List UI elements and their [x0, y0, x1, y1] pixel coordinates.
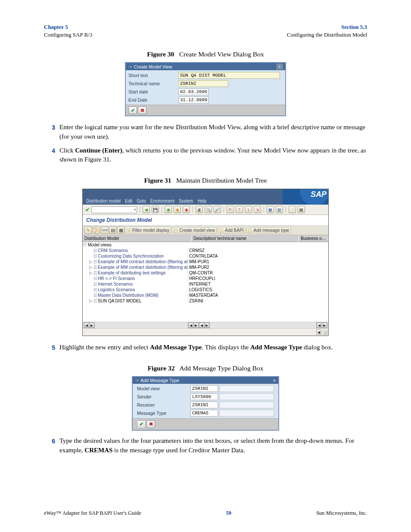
tree-area: ▽ Model views ☷CRM ScenariosCRMSZ☷Custom…	[83, 242, 328, 322]
end-date-input[interactable]: 31.12.9999	[178, 96, 209, 103]
resize-grip-icon[interactable]	[323, 330, 328, 335]
sender-input[interactable]: LSYS800	[190, 393, 218, 400]
close-icon[interactable]: ×	[277, 64, 283, 69]
help-icon[interactable]: ❔	[289, 206, 296, 213]
col-distribution-model: Distribution Model	[83, 235, 192, 242]
figure-32-caption: Figure 32 Add Message Type Dialog Box	[44, 364, 367, 372]
scroll-left-icon-2[interactable]: ◀	[188, 323, 193, 328]
nav-back-icon[interactable]: ◉	[165, 206, 172, 213]
find-next-icon[interactable]: 🔎	[214, 206, 221, 213]
menu-goto[interactable]: Goto	[137, 199, 146, 203]
cancel-button[interactable]: ✖	[138, 106, 146, 114]
add-message-type-button[interactable]: ▢Add message type	[246, 227, 291, 233]
tree-item[interactable]: ▷☷Example of MM contract distribution (f…	[83, 259, 328, 264]
first-page-icon[interactable]: ⇱	[227, 206, 234, 213]
sender-label: Sender	[137, 394, 189, 399]
tree-root[interactable]: ▽ Model views	[83, 242, 328, 248]
short-text-input[interactable]: SUN QA DIST MODEL	[178, 72, 280, 79]
start-date-input[interactable]: 02.03.2006	[178, 88, 209, 95]
print-icon[interactable]: 🖨	[196, 206, 203, 213]
save-icon[interactable]: 💾	[152, 206, 159, 213]
chapter-sub: Configuring SAP R/3	[44, 31, 92, 39]
technical-name-label: Technical name	[128, 81, 177, 86]
menu-environment[interactable]: Environment	[150, 199, 174, 203]
nav-up-icon[interactable]: ◉	[174, 206, 181, 213]
step-4-text: Click Continue (Enter), which returns yo…	[59, 146, 367, 165]
pencil-icon[interactable]: ✎	[84, 227, 92, 234]
menu-help[interactable]: Help	[197, 199, 206, 203]
last-page-icon[interactable]: ⇲	[254, 206, 261, 213]
scroll-left-icon-3[interactable]: ◀	[199, 323, 204, 328]
layout-icon[interactable]: ▤	[298, 206, 305, 213]
create-model-view-button[interactable]: ▢Create model view	[172, 227, 217, 233]
sap-logo: SAP	[311, 190, 327, 199]
status-caret-icon[interactable]: ◀	[316, 330, 321, 335]
layout-icon-2[interactable]: ▤	[109, 227, 116, 234]
receiver-input[interactable]: ZSRINI	[190, 401, 218, 408]
section-sub: Configuring the Distribution Model	[287, 31, 367, 39]
dialog32-title: Add Message Type	[140, 378, 179, 383]
status-bar: ◀	[83, 328, 328, 336]
nav-cancel-icon[interactable]: ◉	[183, 206, 190, 213]
tree-item[interactable]: ☷Internet ScenariosINTERNET	[83, 281, 328, 287]
col-business: Business o…	[299, 235, 328, 242]
menu-edit[interactable]: Edit	[125, 199, 132, 203]
next-page-icon[interactable]: ⇣	[245, 206, 252, 213]
page-number: 59	[226, 510, 231, 516]
dialog32-titlebar: ☞ Add Message Type ×	[133, 377, 278, 384]
find-icon[interactable]: 🔍	[205, 206, 212, 213]
model-icon: ☷	[93, 277, 98, 281]
section-label: Section 5.3	[287, 23, 367, 31]
back-icon[interactable]: ◀	[143, 206, 150, 213]
new-session-icon[interactable]: ▦	[267, 206, 274, 213]
model-icon: ☷	[93, 293, 98, 298]
col-description: Description/ technical name	[192, 235, 299, 242]
tree-item[interactable]: ☷CRM ScenariosCRMSZ	[83, 248, 328, 253]
scroll-left-icon[interactable]: ◀	[84, 323, 89, 328]
command-field[interactable]: ▾	[91, 206, 137, 213]
tree-item[interactable]: ☷Logistics ScenariosLOGISTICS	[83, 287, 328, 292]
menu-system[interactable]: System	[179, 199, 193, 203]
add-bapi-button[interactable]: ▢Add BAPI	[218, 227, 245, 233]
tree-item[interactable]: ☷HR <-> FI ScenarioHRFICOUPLI	[83, 276, 328, 281]
prev-page-icon[interactable]: ⇡	[236, 206, 243, 213]
ok-button[interactable]: ✔	[128, 106, 137, 114]
scroll-left-icon-4[interactable]: ◀	[317, 323, 322, 328]
scroll-right-icon-2[interactable]: ▶	[193, 323, 199, 328]
tree-item[interactable]: ▷☷Example of MM contract distribution (f…	[83, 264, 328, 270]
ok-button[interactable]: ✔	[137, 420, 146, 428]
window-subtitle: Change Distribution Model	[83, 215, 328, 226]
step-3-text: Enter the logical name you want for the …	[59, 123, 367, 142]
grid-header: Distribution Model Description/ technica…	[83, 235, 328, 242]
step-6-number: 6	[44, 437, 59, 456]
scroll-right-icon[interactable]: ▶	[89, 323, 94, 328]
scroll-right-icon-4[interactable]: ▶	[322, 323, 327, 328]
message-type-input[interactable]: CREMAS	[190, 410, 218, 417]
model-icon: ☷	[93, 265, 98, 270]
page-header: Chapter 5 Configuring SAP R/3 Section 5.…	[44, 23, 367, 38]
enter-icon[interactable]: ✔	[85, 207, 90, 213]
start-date-label: Start date	[128, 89, 177, 94]
dropdown-caret-icon: ▾	[134, 208, 136, 212]
step-3-number: 3	[44, 123, 59, 142]
scroll-icon[interactable]: 📜	[93, 227, 100, 234]
step-4-number: 4	[44, 146, 59, 165]
tree-item[interactable]: ▷☷SUN QA DIST MODELZSRINI	[83, 298, 328, 304]
tree-item[interactable]: ☷Customizing Data SynchronizationCONTRLD…	[83, 253, 328, 259]
tree-item[interactable]: ☷Master Data Distribution (MDM)MASTERDAT…	[83, 292, 328, 298]
layout-icon-3[interactable]: ▦	[117, 227, 125, 234]
close-icon[interactable]: ×	[273, 378, 276, 383]
scroll-row: ◀▶ ◀▶ ◀▶ ◀▶	[83, 322, 328, 328]
tree-item[interactable]: ▷☷Example of distributing test settingsQ…	[83, 270, 328, 276]
shortcut-icon[interactable]: ▧	[276, 206, 283, 213]
short-text-label: Short text	[128, 73, 177, 78]
cancel-button[interactable]: ✖	[146, 420, 155, 428]
technical-name-input[interactable]: ZSRINI	[178, 80, 228, 87]
scroll-right-icon-3[interactable]: ▶	[204, 323, 209, 328]
figure-31-caption: Figure 31 Maintain Distribution Model Tr…	[44, 177, 367, 184]
menu-distribution-model[interactable]: Distribution model	[86, 199, 121, 203]
model-view-input[interactable]: ZSRINI	[190, 385, 218, 392]
footer-left: eWay™ Adapter for SAP BAPI User's Guide	[44, 510, 141, 516]
filter-model-display-button[interactable]: ▽Filter model display	[125, 227, 171, 234]
glasses-icon[interactable]: 👓	[101, 227, 108, 234]
